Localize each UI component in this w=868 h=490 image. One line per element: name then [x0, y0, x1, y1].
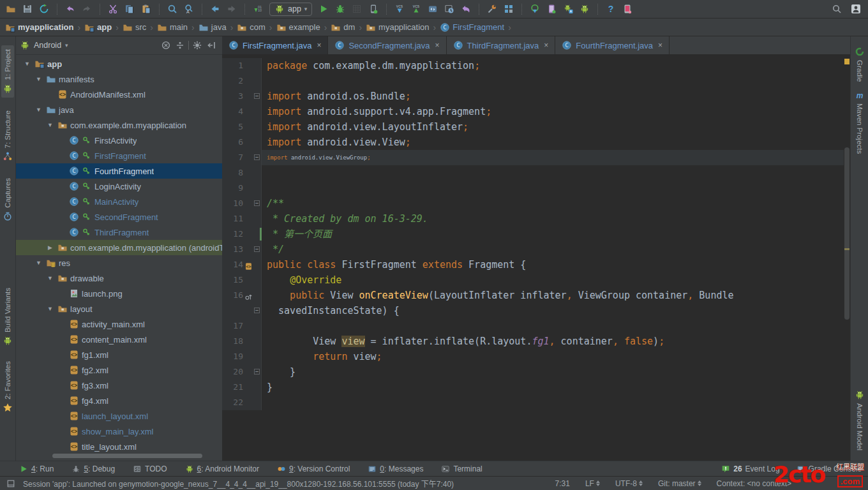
- tool-button-maven-projects[interactable]: mMaven Projects: [853, 86, 866, 158]
- breadcrumb-item-example[interactable]: example: [276, 22, 320, 33]
- tree-item-res[interactable]: ▼res: [16, 255, 222, 271]
- toolbar-make-project-button[interactable]: 0110: [250, 1, 266, 17]
- tree-item-loginactivity[interactable]: CLoginActivity: [16, 179, 222, 194]
- tool-button-2-favorites[interactable]: 2: Favorites: [1, 357, 14, 417]
- tree-expander-icon[interactable]: ▼: [45, 306, 55, 312]
- toolbar-project-structure-button[interactable]: [500, 1, 517, 17]
- tree-item-launch-layout-xml[interactable]: <>launch_layout.xml: [16, 408, 222, 424]
- panel-header-target-button[interactable]: [159, 38, 173, 52]
- toolbar-coverage-button[interactable]: [348, 1, 365, 17]
- toolbar-history-button[interactable]: [441, 1, 458, 17]
- tree-item-drawable[interactable]: ▼drawable: [16, 271, 222, 286]
- tree-item-show-main-lay-xml[interactable]: <>show_main_lay.xml: [16, 424, 222, 439]
- breadcrumb-item-com[interactable]: com: [237, 22, 266, 33]
- tree-expander-icon[interactable]: ▼: [34, 107, 43, 113]
- toolbar-help-button[interactable]: ?: [602, 1, 619, 17]
- tab-firstfragment-java[interactable]: CFirstFragment.java×: [222, 36, 328, 54]
- toolbar-vcs-update-button[interactable]: VCS: [391, 1, 408, 17]
- toolbar-device-monitor-button[interactable]: [576, 1, 593, 17]
- toolbar-vcs-commit-button[interactable]: VCS: [408, 1, 424, 17]
- breadcrumb-item-firstfragment[interactable]: CFirstFragment: [440, 22, 504, 33]
- tab-fourthfragment-java[interactable]: CFourthFragment.java×: [555, 36, 670, 54]
- toolbar-sync-button[interactable]: [36, 1, 52, 17]
- tree-item-fg1-xml[interactable]: <>fg1.xml: [16, 347, 222, 362]
- tree-horizontal-scrollbar[interactable]: [17, 454, 221, 459]
- tree-item-com-example-dm-myapplication[interactable]: ▼com.example.dm.myapplication: [16, 117, 222, 133]
- toolbar-undo-button[interactable]: [62, 1, 79, 17]
- tree-item-content-main-xml[interactable]: <>content_main.xml: [16, 332, 222, 347]
- toolbar-avd-manager-button[interactable]: [543, 1, 560, 17]
- warning-stripe-mark[interactable]: [844, 59, 849, 64]
- caret-position[interactable]: 7:31: [555, 479, 570, 488]
- tree-expander-icon[interactable]: ▼: [45, 122, 55, 128]
- close-icon[interactable]: ×: [317, 41, 321, 50]
- toolbar-android-sdk-button[interactable]: [560, 1, 576, 17]
- tree-expander-icon[interactable]: ▼: [45, 275, 55, 281]
- toolbar-paste-button[interactable]: [138, 1, 154, 17]
- context-widget[interactable]: Context: <no context>: [717, 479, 791, 488]
- tool-window-button-gradle-console[interactable]: Gradle Console: [797, 464, 862, 473]
- breadcrumb-item-src[interactable]: src: [123, 22, 146, 33]
- vcs-branch-widget[interactable]: Git: master: [658, 479, 701, 488]
- tool-button-captures[interactable]: Captures: [1, 174, 14, 225]
- toolbar-rollback-button[interactable]: [458, 1, 474, 17]
- toolbar-attach-debugger-button[interactable]: [365, 1, 382, 17]
- tree-expander-icon[interactable]: ▼: [34, 260, 43, 266]
- tree-item-title-layout-xml[interactable]: <>title_layout.xml: [16, 439, 222, 454]
- fold-marker-icon[interactable]: −: [254, 308, 260, 313]
- breadcrumb-item-app[interactable]: app: [84, 22, 112, 33]
- toolbar-copy-button[interactable]: [121, 1, 138, 17]
- toolbar-settings-wrench-button[interactable]: [484, 1, 500, 17]
- tree-item-activity-main-xml[interactable]: <>activity_main.xml: [16, 316, 222, 332]
- fold-marker-icon[interactable]: −: [254, 93, 260, 99]
- tree-item-app[interactable]: ▼app: [16, 56, 222, 71]
- run-configuration-dropdown[interactable]: app▾: [269, 3, 312, 16]
- breadcrumb-item-myapplication[interactable]: myapplication: [5, 22, 73, 33]
- toolbar-debug-button[interactable]: [332, 1, 348, 17]
- tool-window-button-5-debug[interactable]: 5: Debug: [71, 464, 115, 473]
- close-icon[interactable]: ×: [658, 41, 662, 50]
- toolbar-find-button[interactable]: [164, 1, 181, 17]
- toolbar-open-button[interactable]: [3, 1, 19, 17]
- code-editor[interactable]: 1package com.example.dm.myapplication;23…: [222, 55, 850, 461]
- fold-marker-icon[interactable]: −: [254, 154, 260, 160]
- tree-item-fg4-xml[interactable]: <>fg4.xml: [16, 393, 222, 408]
- tree-item-layout[interactable]: ▼layout: [16, 301, 222, 316]
- tool-window-button-6-android-monitor[interactable]: 6: Android Monitor: [185, 464, 259, 473]
- tool-window-button-0-messages[interactable]: 0: Messages: [368, 464, 423, 473]
- breadcrumb-item-dm[interactable]: dm: [331, 22, 355, 33]
- tool-window-button-9-version-control[interactable]: 9: Version Control: [277, 464, 350, 473]
- breadcrumb-item-java[interactable]: java: [198, 22, 227, 33]
- tree-item-fg3-xml[interactable]: <>fg3.xml: [16, 378, 222, 393]
- tool-window-button-terminal[interactable]: Terminal: [441, 464, 482, 473]
- tree-item-thirdfragment[interactable]: CThirdFragment: [16, 225, 222, 240]
- tree-item-fg2-xml[interactable]: <>fg2.xml: [16, 362, 222, 378]
- editor-error-stripe[interactable]: [844, 55, 850, 461]
- panel-header-gear-button[interactable]: [190, 38, 204, 52]
- tree-item-com-example-dm-myapplication-androidtest[interactable]: ▶com.example.dm.myapplication (androidTe…: [16, 240, 222, 255]
- vcs-change-marker[interactable]: [260, 228, 262, 241]
- breadcrumb-item-main[interactable]: main: [157, 22, 188, 33]
- tree-expander-icon[interactable]: ▼: [22, 61, 32, 67]
- tool-window-button-4-run[interactable]: 4: Run: [19, 464, 54, 473]
- fold-marker-icon[interactable]: −: [254, 369, 260, 375]
- tool-window-toggle-icon[interactable]: [6, 479, 15, 488]
- tool-button-7-structure[interactable]: 7: Structure: [1, 107, 14, 165]
- toolbar-user-button[interactable]: [848, 1, 864, 17]
- tree-item-mainactivity[interactable]: CMainActivity: [16, 194, 222, 209]
- tree-item-androidmanifest-xml[interactable]: <>AndroidManifest.xml: [16, 87, 222, 102]
- tool-button-1-project[interactable]: 1: Project: [1, 45, 14, 98]
- tree-item-manifests[interactable]: ▼manifests: [16, 71, 222, 87]
- tab-thirdfragment-java[interactable]: CThirdFragment.java×: [447, 36, 556, 54]
- tree-item-java[interactable]: ▼java: [16, 102, 222, 117]
- panel-header-filter-button[interactable]: [173, 38, 187, 52]
- toolbar-sdk-manager-button[interactable]: [527, 1, 543, 17]
- toolbar-redo-button[interactable]: [79, 1, 95, 17]
- tool-window-button-event-log[interactable]: 26Event Log: [721, 464, 779, 473]
- override-gutter-icon[interactable]: [244, 291, 253, 299]
- project-view-selector[interactable]: Android: [34, 41, 61, 50]
- tree-expander-icon[interactable]: ▼: [34, 76, 43, 82]
- tool-button-gradle[interactable]: Gradle: [853, 43, 866, 86]
- tool-button-build-variants[interactable]: Build Variants: [1, 284, 14, 350]
- panel-header-hide-panel-button[interactable]: [204, 38, 218, 52]
